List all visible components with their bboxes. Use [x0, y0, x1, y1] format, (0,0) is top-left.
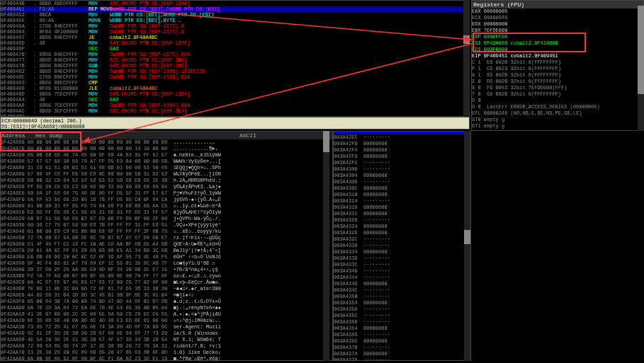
register-line[interactable]: EDI 003F0000 — [472, 47, 643, 53]
register-line[interactable]: P 1 CS 0023 32bit 0(FFFFFFFF) — [472, 66, 643, 72]
scrollbar-thumb[interactable] — [323, 131, 329, 152]
hex-row[interactable]: 0F42AA50 4E 54 20 36 2E 31 3B 20 57 4F 5… — [1, 337, 332, 343]
hex-row[interactable]: 0F42A900 01 00 00 31 FF 85 F6 74 04 89 F… — [1, 203, 332, 209]
stack-row[interactable]: 003A436C 00000000 — [334, 338, 470, 345]
disasm-row[interactable]: 0F40946D. 48MOV EAX,DWORD PTR SS:[EBP-13… — [1, 40, 469, 46]
hex-row[interactable]: 0F42AA10 41 2E 07 00 06 2C 3C 06 5E 6A 5… — [1, 311, 332, 318]
stack-row[interactable]: 003A42F4 00000000 — [334, 147, 470, 154]
hex-row[interactable]: 0F42A8C0 68 00 32 C0 84 52 52 52 53 52 5… — [1, 178, 332, 184]
stack-row[interactable]: 003A4344 ········· — [334, 275, 470, 281]
register-line[interactable]: ST2 empty g — [472, 129, 643, 131]
disasm-row[interactable]: 0F409499. 0F85 81100000JLE cobalt2.0F40A… — [1, 86, 469, 91]
disasm-row[interactable]: 0F409477. 8B8D 84ECFFFFMOV ECX,DWORD PTR… — [1, 57, 469, 63]
stack-row[interactable]: 003A4310 00000000 — [334, 192, 470, 198]
stack-row[interactable]: 003A432C ········· — [334, 236, 470, 243]
stack-row[interactable]: 003A4348 00000000 — [334, 281, 470, 287]
stack-row[interactable]: 003A4368 ········· — [334, 332, 470, 338]
scrollbar-track[interactable] — [323, 131, 329, 361]
hex-row[interactable]: 0F42A8F0 6A FF 53 56 68 2D 06 18 7B FF D… — [1, 197, 332, 203]
scrollbar-thumb[interactable] — [464, 230, 470, 244]
register-line[interactable]: S 0 FS 0053 32bit 7EFDD000(FFF) — [472, 85, 643, 91]
disasm-row[interactable]: 0F40947B. 8B85 84ECFFFFSUB EAX,DWORD PTR… — [1, 63, 469, 69]
hex-row[interactable]: 0F42A940 01 00 00 E9 C9 01 00 00 E8 6F F… — [1, 229, 332, 235]
scrollbar-track[interactable] — [463, 0, 470, 115]
stack-row[interactable]: 003A4338 ········· — [334, 255, 470, 262]
register-line[interactable]: D 0 — [472, 98, 643, 104]
register-line[interactable]: C 1 ES 002B 32bit 0(FFFFFFFF) — [472, 59, 643, 66]
hex-row[interactable]: 0F42A8E0 50 6A 1F 56 68 75 46 9E 86 FF D… — [1, 190, 332, 197]
scrollbar-track[interactable] — [464, 131, 470, 361]
disasm-row[interactable]: 0F40944B. 8BBD 60EDFFFFMOV EDI,DWORD PTR… — [1, 1, 469, 6]
stack-row[interactable]: 003A4314 ········· — [334, 198, 470, 204]
stack-row[interactable]: 003A4324 00000000 — [334, 224, 470, 230]
stack-row[interactable]: 003A4308 ········· — [334, 179, 470, 185]
stack-row[interactable]: 003A42EC ········· — [334, 134, 470, 141]
hex-row[interactable]: 0F42A980 EA DB 48 93 20 0C 0C 62 0F 36 A… — [1, 254, 332, 260]
register-line[interactable]: ESI 0F42A860 cobalt2.0F42A860 — [472, 40, 643, 47]
disasm-row[interactable]: 0F409482. 8B8D 84ECFFFFMOV DWORD PTR SS:… — [1, 69, 469, 74]
stack-row[interactable]: 003A434C ········· — [334, 287, 470, 294]
register-line[interactable]: EBX 7EFDE000 — [472, 28, 643, 34]
stack-row[interactable]: 003A435C ········· — [334, 313, 470, 319]
hex-row[interactable]: 0F42AA20 0F 3D 0D 5E 40 6A 0D 6C 4D 48 E… — [1, 318, 332, 324]
hex-row[interactable]: 0F42A8D0 FF D5 89 C6 83 C3 50 68 80 33 0… — [1, 184, 332, 190]
stack-row[interactable]: 003A4350 ········· — [334, 294, 470, 300]
hex-row[interactable]: 0F42A9C0 0A 4C D7 FE 97 45 E9 C7 63 72 0… — [1, 280, 332, 286]
hex-row[interactable]: 0F42A860 00 00 00 00 00 00 00 00 00 00 0… — [1, 139, 332, 146]
registers-pane[interactable]: Registers (FPU) EAX 00000005ECX 00000049… — [471, 0, 644, 131]
hex-row[interactable]: 0F42A890 57 57 57 68 3A 56 79 A7 FF D5 E… — [1, 159, 332, 165]
scrollbar-track[interactable] — [638, 6, 644, 131]
hex-row[interactable]: 0F42A910 E2 5D FF D5 89 C1 68 45 21 5E 3… — [1, 209, 332, 216]
hex-row[interactable]: 0F42AA00 0A 7D 2D 3A 84 72 EA 6E 70 4E 5… — [1, 305, 332, 311]
scrollbar-thumb[interactable] — [463, 35, 470, 44]
disasm-row[interactable]: 0F40949D. 8B85 7CECFFFFMOV EAX,DWORD PTR… — [1, 91, 469, 97]
hexdump-pane[interactable]: Address Hex dump ASCII 0F42A860 00 00 00… — [0, 131, 333, 361]
hex-row[interactable]: 0F42A9B0 F2 7A 7F A3 00 07 09 BF 45 00 0… — [1, 273, 332, 280]
register-line[interactable]: O 0 LastErr ERROR_ACCESS_DENIED (0000000… — [472, 104, 643, 110]
stack-row[interactable]: 003A4330 ········· — [334, 243, 470, 249]
register-line[interactable]: EBP 003CFF00 — [472, 34, 643, 40]
disasm-row[interactable]: 0F40948C. C785 80ECFFFFMOV DWORD PTR SS:… — [1, 74, 469, 80]
stack-row[interactable]: 003A4360 ········· — [334, 319, 470, 325]
stack-row[interactable]: 003A4304 00000000 — [334, 173, 470, 179]
disasm-row[interactable]: 0F4094AC. 8B85 3CFCFFFFMOV EDI,DWORD PTR… — [1, 108, 469, 114]
hex-row[interactable]: 0F42AA40 6C 61 2F 35 2E 30 20 28 57 69 6… — [1, 330, 332, 337]
stack-row[interactable]: 003A4318 00000000 — [334, 204, 470, 211]
stack-row[interactable]: 003A4364 00000000 — [334, 325, 470, 332]
stack-row[interactable]: 003A42FC ········· — [334, 160, 470, 166]
stack-row[interactable]: 003A42F0 00000000 — [334, 141, 470, 147]
disasm-row[interactable]: 0F409464. 0F84 4F100000MOV DWORD PTR SS:… — [1, 29, 469, 35]
register-line[interactable]: EFL 00000246 (NO,NB,E,BE,NS,PE,GE,LE) — [472, 110, 643, 117]
stack-row[interactable]: 003A4300 ········· — [334, 166, 470, 173]
register-line[interactable]: A 1 SS 002B 32bit 0(FFFFFFFF) — [472, 72, 643, 79]
stack-row[interactable]: 003A4358 ········· — [334, 306, 470, 313]
scrollbar-thumb[interactable] — [638, 6, 644, 94]
disasm-row[interactable]: 0F409467. 8B85 84ECFFFFJE cobalt2.0F40A4… — [1, 35, 469, 40]
stack-row[interactable]: 003A430C 00000000 — [334, 185, 470, 192]
hex-row[interactable]: 0F42A870 00 00 00 00 00 00 00 00 00 00 0… — [1, 146, 332, 152]
disasm-row[interactable]: 0F40946FDEC EAX — [1, 46, 469, 52]
hex-row[interactable]: 0F42AA80 0A 00 5E 66 52 8F 60 BF 8C F1 B… — [1, 356, 332, 361]
hex-row[interactable]: 0F42A970 D0 61 4A 6C FF 91 28 86 03 86 E… — [1, 248, 332, 254]
disasm-row[interactable]: 0F4094A8. 8985 7CECFFFFMOV DWORD PTR SS:… — [1, 103, 469, 108]
disassembly-pane[interactable]: 0F40944B. 8BBD 60EDFFFFMOV EDI,DWORD PTR… — [0, 0, 470, 117]
stack-row[interactable]: 003A4334 00000000 — [334, 249, 470, 255]
hex-row[interactable]: 0F42A920 6A 07 51 56 50 68 B7 57 E0 0B F… — [1, 216, 332, 222]
hex-row[interactable]: 0F42A990 8F 4C F4 02 81 A7 79 59 EF 1C 5… — [1, 260, 332, 267]
register-line[interactable]: EDX 00000000 — [472, 21, 643, 28]
register-line[interactable]: T 0 GS 002B 32bit 0(FFFFFFFF) — [472, 91, 643, 98]
disasm-row[interactable]: 0F4094A4. 48DEC EAX — [1, 97, 469, 103]
disasm-row[interactable]: 0F409451. F3:A5REP MOVS DWORD PTR ES:[ED… — [1, 6, 469, 12]
disasm-row[interactable]: 0F40945A. C785 84ECFFFFMOV DWORD PTR SS:… — [1, 23, 469, 29]
hex-row[interactable]: 0F42AA60 72 69 64 65 6E 74 2F 37 2E 30 3… — [1, 343, 332, 350]
stack-row[interactable]: 003A4370 ········· — [334, 345, 470, 351]
hex-row[interactable]: 0F42A9F0 05 00 64 3B 7A 00 00 74 0D 47 0… — [1, 299, 332, 305]
hex-row[interactable]: 0F42A9D0 7E 05 11 0E 3C 00 06 72 5F 61 7… — [1, 286, 332, 292]
hex-row[interactable]: 0F42A8A0 31 C9 51 51 6A 03 51 51 68 BB 0… — [1, 165, 332, 171]
stack-row[interactable]: 003A4320 ········· — [334, 217, 470, 224]
disasm-row[interactable]: 0F409470. 8985 84ECFFFFMOV DWORD PTR SS:… — [1, 52, 469, 57]
disasm-row[interactable]: 0F409453. 8BCAMOV WORD PTR ES:[EDI],WORD… — [1, 12, 469, 18]
stack-row[interactable]: 003A433C ········· — [334, 262, 470, 268]
stack-row[interactable]: 003A42F8 00000000 — [334, 154, 470, 160]
stack-row[interactable]: 003A4374 00000000 — [334, 351, 470, 357]
